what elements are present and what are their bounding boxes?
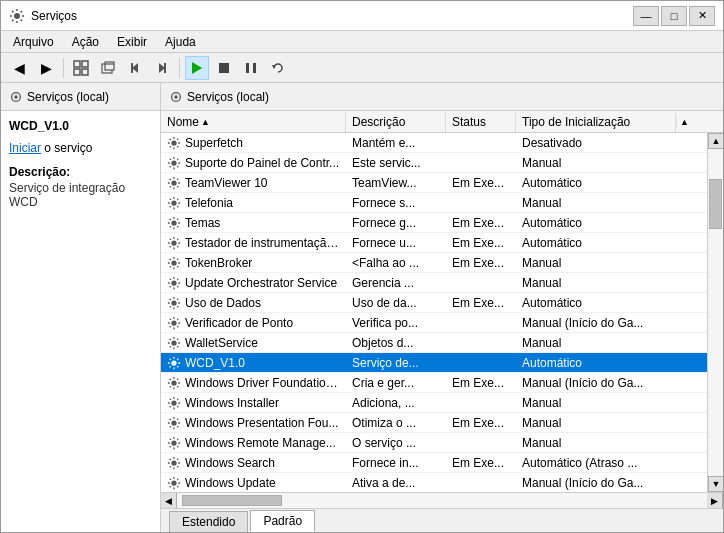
- svg-point-33: [171, 380, 176, 385]
- show-console-tree-button[interactable]: [69, 56, 93, 80]
- menu-arquivo[interactable]: Arquivo: [5, 33, 62, 51]
- tab-padrao[interactable]: Padrão: [250, 510, 315, 532]
- td-nome: Windows Update: [161, 474, 346, 492]
- svg-rect-4: [82, 69, 88, 75]
- svg-marker-16: [272, 65, 276, 69]
- service-name-text: Telefonia: [185, 196, 233, 210]
- scroll-down-button[interactable]: ▼: [708, 476, 723, 492]
- td-status: Em Exe...: [446, 254, 516, 272]
- stop-button[interactable]: [212, 56, 236, 80]
- service-icon: [167, 456, 181, 470]
- hscroll-right-button[interactable]: ▶: [707, 493, 723, 508]
- td-tipo: Manual (Início do Ga...: [516, 374, 676, 392]
- table-row[interactable]: TokenBroker<Falha ao ...Em Exe...Manual: [161, 253, 707, 273]
- back-button[interactable]: ◀: [7, 56, 31, 80]
- table-row[interactable]: Uso de DadosUso de da...Em Exe...Automát…: [161, 293, 707, 313]
- table-row[interactable]: Windows Presentation Fou...Otimiza o ...…: [161, 413, 707, 433]
- service-name-text: Suporte do Painel de Contr...: [185, 156, 339, 170]
- scroll-header-spacer: ▲: [676, 117, 692, 127]
- service-name-text: TeamViewer 10: [185, 176, 268, 190]
- table-row[interactable]: TeamViewer 10TeamView...Em Exe...Automát…: [161, 173, 707, 193]
- svg-point-0: [14, 13, 20, 19]
- horizontal-scrollbar[interactable]: ◀ ▶: [161, 492, 723, 508]
- col-header-nome[interactable]: Nome ▲: [161, 112, 346, 132]
- td-nome: Windows Presentation Fou...: [161, 414, 346, 432]
- td-nome: WCD_V1.0: [161, 354, 346, 372]
- minimize-button[interactable]: —: [633, 6, 659, 26]
- menu-ajuda[interactable]: Ajuda: [157, 33, 204, 51]
- col-header-desc[interactable]: Descrição: [346, 112, 446, 132]
- table-row[interactable]: WalletServiceObjetos d...Manual: [161, 333, 707, 353]
- table-body[interactable]: SuperfetchMantém e...DesativadoSuporte d…: [161, 133, 707, 492]
- td-desc: TeamView...: [346, 174, 446, 192]
- service-name-text: Windows Update: [185, 476, 276, 490]
- td-status: [446, 141, 516, 145]
- svg-point-31: [171, 340, 176, 345]
- sidebar-start-link[interactable]: Iniciar: [9, 141, 41, 155]
- td-status: [446, 281, 516, 285]
- restart-button[interactable]: [266, 56, 290, 80]
- td-status: Em Exe...: [446, 234, 516, 252]
- td-tipo: Manual: [516, 334, 676, 352]
- menu-acao[interactable]: Ação: [64, 33, 107, 51]
- service-name-text: Update Orchestrator Service: [185, 276, 337, 290]
- service-icon: [167, 336, 181, 350]
- service-name-text: WalletService: [185, 336, 258, 350]
- play-button[interactable]: [185, 56, 209, 80]
- td-desc: Cria e ger...: [346, 374, 446, 392]
- svg-point-18: [14, 95, 18, 99]
- table-row[interactable]: TemasFornece g...Em Exe...Automático: [161, 213, 707, 233]
- svg-point-38: [171, 480, 176, 485]
- td-desc: Fornece s...: [346, 194, 446, 212]
- maximize-button[interactable]: □: [661, 6, 687, 26]
- service-icon: [167, 376, 181, 390]
- tab-estendido[interactable]: Estendido: [169, 511, 248, 532]
- svg-rect-1: [74, 61, 80, 67]
- scroll-up-button[interactable]: ▲: [708, 133, 723, 149]
- scroll-thumb[interactable]: [709, 179, 722, 229]
- close-button[interactable]: ✕: [689, 6, 715, 26]
- table-row[interactable]: Windows SearchFornece in...Em Exe...Auto…: [161, 453, 707, 473]
- col-header-tipo[interactable]: Tipo de Inicialização: [516, 112, 676, 132]
- td-desc: Fornece in...: [346, 454, 446, 472]
- hscroll-track[interactable]: [177, 493, 707, 508]
- table-row[interactable]: WCD_V1.0Serviço de...Automático: [161, 353, 707, 373]
- svg-rect-11: [164, 63, 166, 73]
- td-status: Em Exe...: [446, 294, 516, 312]
- td-tipo: Manual: [516, 194, 676, 212]
- td-desc: Fornece g...: [346, 214, 446, 232]
- service-icon: [167, 176, 181, 190]
- table-row[interactable]: SuperfetchMantém e...Desativado: [161, 133, 707, 153]
- col-header-status[interactable]: Status: [446, 112, 516, 132]
- table-row[interactable]: Suporte do Painel de Contr...Este servic…: [161, 153, 707, 173]
- pause-button[interactable]: [239, 56, 263, 80]
- menu-exibir[interactable]: Exibir: [109, 33, 155, 51]
- vertical-scrollbar[interactable]: ▲ ▼: [707, 133, 723, 492]
- hscroll-left-button[interactable]: ◀: [161, 493, 177, 508]
- toolbar: ◀ ▶: [1, 53, 723, 83]
- td-tipo: Automático: [516, 234, 676, 252]
- table-row[interactable]: Verificador de PontoVerifica po...Manual…: [161, 313, 707, 333]
- td-nome: Telefonia: [161, 194, 346, 212]
- table-row[interactable]: Windows Driver Foundation...Cria e ger..…: [161, 373, 707, 393]
- td-nome: Windows Remote Manage...: [161, 434, 346, 452]
- service-name-text: Superfetch: [185, 136, 243, 150]
- table-row[interactable]: Windows InstallerAdiciona, ...Manual: [161, 393, 707, 413]
- back2-button[interactable]: [123, 56, 147, 80]
- table-row[interactable]: Testador de instrumentação...Fornece u..…: [161, 233, 707, 253]
- td-desc: Gerencia ...: [346, 274, 446, 292]
- table-row[interactable]: Windows Remote Manage...O serviço ...Man…: [161, 433, 707, 453]
- td-nome: Uso de Dados: [161, 294, 346, 312]
- new-window-button[interactable]: [96, 56, 120, 80]
- forward2-button[interactable]: [150, 56, 174, 80]
- table-row[interactable]: TelefoniaFornece s...Manual: [161, 193, 707, 213]
- td-tipo: Manual: [516, 274, 676, 292]
- table-row[interactable]: Windows UpdateAtiva a de...Manual (Iníci…: [161, 473, 707, 492]
- table-row[interactable]: Update Orchestrator ServiceGerencia ...M…: [161, 273, 707, 293]
- hscroll-thumb[interactable]: [182, 495, 282, 506]
- forward-button[interactable]: ▶: [34, 56, 58, 80]
- td-status: Em Exe...: [446, 374, 516, 392]
- td-tipo: Automático: [516, 294, 676, 312]
- svg-rect-6: [105, 62, 114, 70]
- scroll-track[interactable]: [708, 149, 723, 476]
